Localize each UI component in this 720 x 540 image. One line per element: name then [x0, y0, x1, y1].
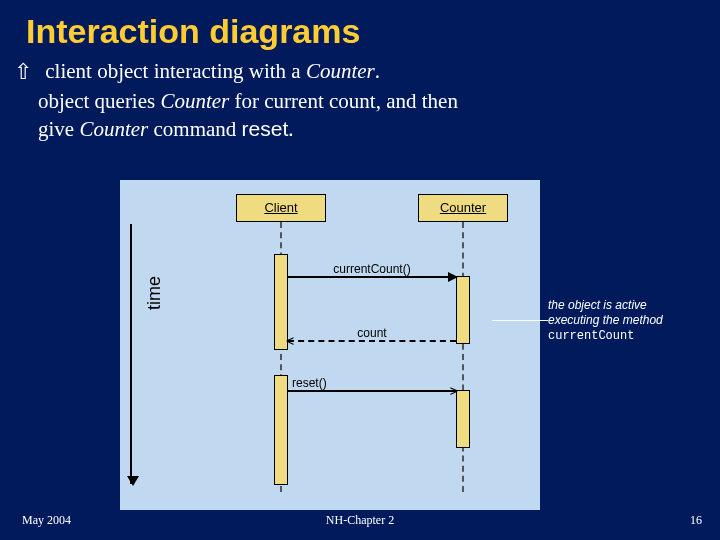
- bullet-fragment: object queries: [38, 89, 160, 113]
- annotation-text: the object is active executing the metho…: [548, 298, 663, 344]
- message-label: count: [288, 326, 456, 340]
- client-object-box: Client: [236, 194, 326, 222]
- message-label: currentCount(): [288, 262, 456, 276]
- counter-activation-reset: [456, 390, 470, 448]
- counter-lifeline: [462, 222, 464, 492]
- bullet-fragment: .: [288, 117, 293, 141]
- bullet-fragment: give: [38, 117, 79, 141]
- bullet-fragment: client object interacting with a: [45, 59, 306, 83]
- client-activation: [274, 375, 288, 485]
- time-axis-label: time: [144, 276, 165, 310]
- arrowhead-left-open-icon: <: [286, 335, 294, 347]
- arrowhead-right-icon: [448, 272, 458, 282]
- counter-word: Counter: [79, 117, 148, 141]
- counter-word: Counter: [306, 59, 375, 83]
- bullet-arrow-icon: ⇧: [14, 57, 32, 87]
- message-reset: reset() >: [288, 390, 456, 392]
- counter-word: Counter: [160, 89, 229, 113]
- annotation-method-name: currentCount: [548, 329, 634, 343]
- footer-page-number: 16: [690, 513, 702, 528]
- reset-word: reset: [242, 117, 289, 140]
- annotation-line: the object is active: [548, 298, 647, 312]
- sequence-diagram: time Client Counter currentCount() count…: [120, 180, 540, 510]
- bullet-fragment: .: [375, 59, 380, 83]
- bullet-fragment: command: [148, 117, 241, 141]
- time-arrow-icon: [130, 224, 132, 484]
- message-label: reset(): [292, 376, 460, 390]
- counter-activation-currentcount: [456, 276, 470, 344]
- bullet-text: ⇧ client object interacting with a Count…: [0, 57, 720, 143]
- bullet-fragment: for current count, and then: [229, 89, 458, 113]
- annotation-line: executing the method: [548, 313, 663, 327]
- slide-title: Interaction diagrams: [0, 0, 720, 57]
- annotation-connector-line: [492, 320, 548, 321]
- message-currentcount: currentCount(): [288, 276, 456, 278]
- counter-object-box: Counter: [418, 194, 508, 222]
- message-return-count: count <: [288, 340, 456, 342]
- footer-chapter: NH-Chapter 2: [0, 513, 720, 528]
- arrowhead-right-open-icon: >: [450, 385, 458, 397]
